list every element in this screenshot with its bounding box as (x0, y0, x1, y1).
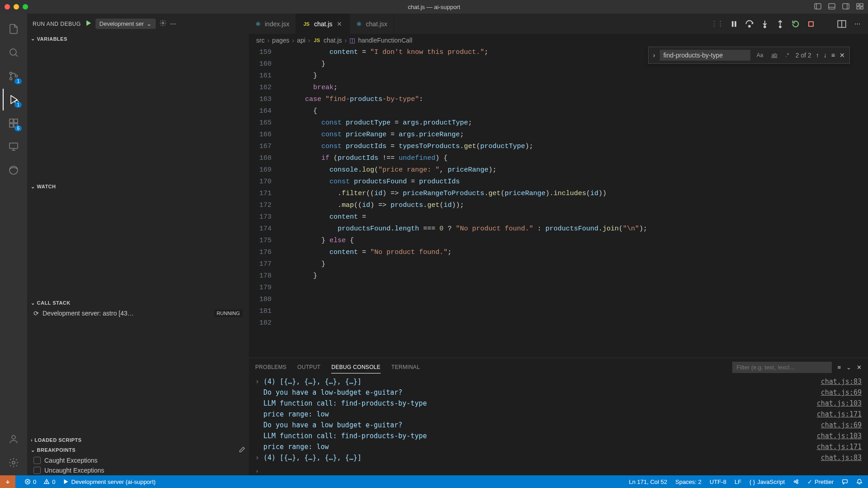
tab-chat-js[interactable]: JS chat.js ✕ (296, 14, 350, 34)
find-count: 2 of 2 (796, 52, 811, 59)
step-over-icon[interactable] (745, 19, 754, 29)
callstack-item[interactable]: ⟳ Development server: astro [43… RUNNING (27, 308, 249, 319)
layout-panel-bottom-icon[interactable] (828, 3, 835, 11)
step-into-icon[interactable] (760, 19, 769, 29)
restart-icon[interactable] (791, 19, 800, 29)
more-icon[interactable]: ⋯ (853, 19, 862, 29)
regex-icon[interactable]: .* (784, 51, 791, 59)
js-icon: JS (313, 37, 321, 43)
source-control-icon[interactable]: 1 (3, 65, 24, 87)
warnings-count[interactable]: 0 (43, 478, 55, 485)
svg-rect-17 (14, 119, 18, 123)
prev-match-icon[interactable]: ↑ (816, 52, 819, 59)
tab-index[interactable]: ⚛ index.jsx (249, 14, 296, 34)
editor-area: ⚛ index.jsx JS chat.js ✕ ⚛ chat.jsx ⋮⋮ (249, 14, 868, 475)
checkbox[interactable] (33, 457, 41, 464)
indentation[interactable]: Spaces: 2 (675, 478, 701, 485)
collapse-icon[interactable]: ⌄ (846, 364, 851, 371)
chevron-down-icon: ⌄ (147, 20, 152, 27)
live-share-icon[interactable] (793, 478, 799, 485)
search-icon[interactable] (3, 42, 24, 63)
eol[interactable]: LF (734, 478, 741, 485)
account-icon[interactable] (3, 428, 24, 450)
explorer-icon[interactable] (3, 18, 24, 40)
maximize-window[interactable] (23, 4, 28, 10)
step-out-icon[interactable] (776, 19, 785, 29)
tab-terminal[interactable]: TERMINAL (391, 361, 420, 373)
filter-icon[interactable]: ≡ (837, 364, 841, 371)
breakpoints-section[interactable]: ⌄ BREAKPOINTS (27, 445, 249, 455)
console-prompt[interactable]: › (249, 467, 868, 475)
run-debug-icon[interactable]: 1 (3, 89, 24, 110)
pause-icon[interactable] (730, 19, 739, 29)
svg-rect-18 (10, 124, 13, 127)
language-mode[interactable]: { } JavaScript (749, 478, 785, 485)
edge-icon[interactable] (3, 159, 24, 181)
close-icon[interactable]: ✕ (839, 52, 845, 59)
svg-rect-9 (861, 7, 863, 9)
tab-problems[interactable]: PROBLEMS (255, 361, 286, 373)
grip-icon[interactable]: ⋮⋮ (711, 19, 723, 28)
react-icon: ⚛ (255, 20, 261, 28)
gear-icon[interactable] (159, 19, 167, 28)
variables-section[interactable]: ⌄ VARIABLES (27, 34, 249, 43)
next-match-icon[interactable]: ↓ (824, 52, 827, 59)
bp-caught[interactable]: Caught Exceptions (27, 455, 249, 465)
bp-uncaught[interactable]: Uncaught Exceptions (27, 465, 249, 475)
bell-icon[interactable] (856, 478, 863, 485)
layout-panel-right-icon[interactable] (842, 3, 849, 11)
find-widget: › Aa ab .* 2 of 2 ↑ ↓ ≡ ✕ (648, 47, 850, 64)
layout-panel-left-icon[interactable] (814, 3, 821, 11)
find-input[interactable] (660, 50, 750, 61)
close-window[interactable] (5, 4, 10, 10)
svg-rect-32 (809, 22, 813, 26)
settings-gear-icon[interactable] (3, 452, 24, 474)
split-editor-icon[interactable] (837, 19, 846, 29)
svg-rect-7 (860, 4, 863, 6)
svg-rect-8 (857, 7, 860, 9)
edit-icon[interactable] (239, 446, 245, 454)
minimize-window[interactable] (14, 4, 19, 10)
customize-layout-icon[interactable] (856, 3, 863, 11)
watch-section[interactable]: ⌄ WATCH (27, 182, 249, 191)
remote-icon[interactable] (3, 136, 24, 158)
svg-point-25 (12, 461, 15, 464)
prettier-status[interactable]: ✓ Prettier (807, 478, 834, 485)
debug-console-output[interactable]: ›(4) [{…}, {…}, {…}, {…}]chat.js:83 Do y… (249, 376, 868, 467)
debug-config-select[interactable]: Development ser ⌄ (95, 19, 156, 29)
svg-point-29 (749, 25, 750, 27)
tab-debug-console[interactable]: DEBUG CONSOLE (331, 361, 381, 373)
debug-status[interactable] (0, 475, 15, 488)
sidebar-title: RUN AND DEBUG (33, 21, 81, 27)
filter-input[interactable] (732, 362, 832, 373)
match-word-icon[interactable]: ab (769, 51, 779, 59)
code-content[interactable]: content = "I don't know this product."; … (281, 47, 868, 329)
close-icon[interactable]: ✕ (336, 20, 343, 28)
more-icon[interactable]: ⋯ (170, 20, 176, 27)
close-icon[interactable]: ✕ (857, 364, 862, 371)
tab-output[interactable]: OUTPUT (297, 361, 320, 373)
breadcrumb[interactable]: src› pages› api› JS chat.js› ◫ handleFun… (249, 34, 868, 47)
extensions-icon[interactable]: 6 (3, 112, 24, 134)
chevron-right-icon[interactable]: › (653, 52, 655, 59)
errors-count[interactable]: 0 (24, 478, 36, 485)
svg-rect-45 (843, 480, 848, 483)
checkbox[interactable] (33, 467, 41, 474)
svg-point-13 (10, 78, 12, 80)
debug-sidebar: RUN AND DEBUG Development ser ⌄ ⋯ ⌄ VARI… (27, 14, 249, 475)
encoding[interactable]: UTF-8 (710, 478, 726, 485)
debug-session-status[interactable]: Development server (ai-support) (62, 478, 155, 485)
match-case-icon[interactable]: Aa (755, 51, 765, 59)
stop-icon[interactable] (806, 19, 816, 29)
tab-chat-jsx[interactable]: ⚛ chat.jsx (350, 14, 394, 34)
svg-line-43 (796, 481, 796, 481)
loaded-scripts-section[interactable]: › LOADED SCRIPTS (27, 435, 249, 445)
start-debug-icon[interactable] (85, 19, 92, 28)
debug-badge: 1 (14, 102, 22, 108)
feedback-icon[interactable] (842, 478, 848, 485)
find-in-selection-icon[interactable]: ≡ (831, 52, 835, 59)
code-editor[interactable]: › Aa ab .* 2 of 2 ↑ ↓ ≡ ✕ 159 160 161 16… (249, 47, 868, 358)
cursor-position[interactable]: Ln 171, Col 52 (629, 478, 668, 485)
callstack-section[interactable]: ⌄ CALL STACK (27, 298, 249, 308)
svg-point-40 (794, 481, 796, 483)
